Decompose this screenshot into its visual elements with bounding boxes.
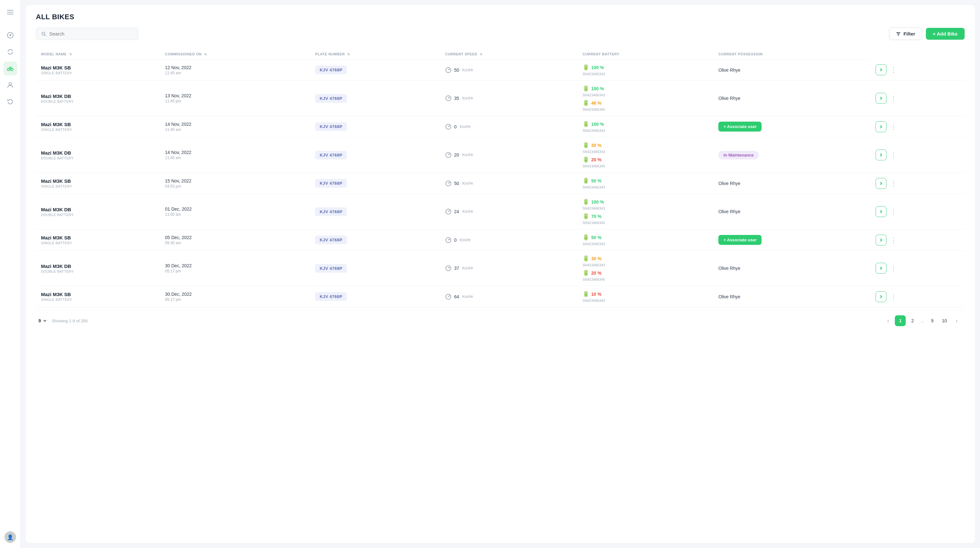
pagination-page-1[interactable]: 1 <box>895 315 906 326</box>
search-input[interactable] <box>49 31 133 37</box>
search-icon <box>41 31 46 37</box>
more-options-button[interactable]: ⋮ <box>889 292 898 301</box>
speed-gauge-icon <box>445 265 452 272</box>
filter-button[interactable]: Filter <box>889 27 922 40</box>
associate-user-button[interactable]: + Associate user <box>718 235 762 245</box>
table-row: Mazi M3K DB DOUBLE BATTERY 14 Nov, 2022 … <box>36 137 965 173</box>
cell-actions-5: ⋮ <box>870 194 965 230</box>
col-current-speed: CURRENT SPEED ⇅ <box>440 49 578 60</box>
svg-point-4 <box>10 35 11 36</box>
showing-text: Showing 1-9 of 250 <box>52 318 88 323</box>
cell-date-3: 14 Nov, 2022 11:45 am <box>160 137 310 173</box>
cell-date-0: 12 Nov, 2022 11:45 am <box>160 60 310 81</box>
speed-gauge-icon <box>445 95 452 102</box>
maintenance-badge: In Maintenance <box>718 151 759 159</box>
more-options-button[interactable]: ⋮ <box>889 179 898 188</box>
more-options-button[interactable]: ⋮ <box>889 264 898 273</box>
cell-actions-0: ⋮ <box>870 60 965 81</box>
svg-line-28 <box>449 267 450 268</box>
view-bike-button[interactable] <box>876 93 886 104</box>
pagination-page-9[interactable]: 9 <box>927 315 938 326</box>
sidebar-refresh-icon[interactable] <box>3 95 17 109</box>
cell-model-4: Mazi M3K SB SINGLE BATTERY <box>36 173 160 194</box>
cell-date-4: 15 Nov, 2022 04:53 pm <box>160 173 310 194</box>
view-bike-button[interactable] <box>876 263 886 274</box>
cell-actions-3: ⋮ <box>870 137 965 173</box>
more-options-button[interactable]: ⋮ <box>889 207 898 216</box>
cell-possession-8: Olive Rhye <box>713 286 870 307</box>
view-bike-button[interactable] <box>876 64 886 75</box>
table-row: Mazi M3K SB SINGLE BATTERY 14 Nov, 2022 … <box>36 116 965 137</box>
cell-battery-5: 🔋 100 % SN423466343 🔋 70 % SN423466345 <box>578 194 713 230</box>
pagination-page-10[interactable]: 10 <box>939 315 950 326</box>
search-box[interactable] <box>36 27 138 40</box>
svg-point-8 <box>42 32 45 35</box>
view-bike-button[interactable] <box>876 206 886 217</box>
cell-speed-0: 50Km/Hr <box>440 60 578 81</box>
arrow-right-icon <box>879 181 883 185</box>
svg-point-6 <box>11 68 13 71</box>
svg-line-20 <box>449 154 450 155</box>
sidebar: 👤 <box>0 0 21 548</box>
page-size-select[interactable]: 9 <box>38 318 47 323</box>
arrow-right-icon <box>879 238 883 242</box>
view-bike-button[interactable] <box>876 121 886 132</box>
view-bike-button[interactable] <box>876 178 886 189</box>
svg-line-26 <box>449 239 450 240</box>
sidebar-sync-icon[interactable] <box>3 45 17 59</box>
cell-actions-8: ⋮ <box>870 286 965 307</box>
sidebar-bike-icon[interactable] <box>3 62 17 76</box>
user-avatar[interactable]: 👤 <box>5 531 16 543</box>
sort-model-icon[interactable]: ⇅ <box>69 52 72 56</box>
cell-date-5: 01 Dec, 2022 11:00 am <box>160 194 310 230</box>
more-options-button[interactable]: ⋮ <box>889 122 898 131</box>
more-options-button[interactable]: ⋮ <box>889 151 898 159</box>
sidebar-menu-icon[interactable] <box>3 5 17 19</box>
more-options-button[interactable]: ⋮ <box>889 235 898 245</box>
arrow-right-icon <box>879 68 883 72</box>
cell-model-7: Mazi M3K DB DOUBLE BATTERY <box>36 251 160 286</box>
sort-commissioned-icon[interactable]: ⇅ <box>204 52 207 56</box>
svg-line-14 <box>449 69 450 70</box>
sidebar-user-icon[interactable] <box>3 78 17 92</box>
cell-possession-4: Olive Rhye <box>713 173 870 194</box>
arrow-right-icon <box>879 266 883 270</box>
cell-speed-1: 35Km/Hr <box>440 81 578 116</box>
sort-speed-icon[interactable]: ⇅ <box>480 52 483 56</box>
col-current-battery: CURRENT BATTERY <box>578 49 713 60</box>
table-row: Mazi M3K SB SINGLE BATTERY 05 Dec, 2022 … <box>36 230 965 251</box>
cell-battery-7: 🔋 30 % SN423466343 🔋 20 % SN423466345 <box>578 251 713 286</box>
more-options-button[interactable]: ⋮ <box>889 65 898 74</box>
col-model-name: MODEL NAME ⇅ <box>36 49 160 60</box>
pagination-prev[interactable]: ‹ <box>883 315 894 326</box>
cell-model-6: Mazi M3K SB SINGLE BATTERY <box>36 230 160 251</box>
cell-battery-1: 🔋 100 % SN423466343 🔋 46 % SN423466345 <box>578 81 713 116</box>
cell-possession-5: Olive Rhye <box>713 194 870 230</box>
cell-speed-2: 0Km/Hr <box>440 116 578 137</box>
sort-plate-icon[interactable]: ⇅ <box>347 52 350 56</box>
more-options-button[interactable]: ⋮ <box>889 94 898 103</box>
pagination-next[interactable]: › <box>951 315 962 326</box>
bikes-table: MODEL NAME ⇅ COMMISSIONED ON ⇅ PLATE NUM… <box>36 49 965 307</box>
table-row: Mazi M3K SB SINGLE BATTERY 30 Dec, 2022 … <box>36 286 965 307</box>
possession-name: Olive Rhye <box>718 266 740 271</box>
page-title: ALL BIKES <box>36 13 965 21</box>
speed-gauge-icon <box>445 208 452 215</box>
svg-line-16 <box>449 97 450 98</box>
associate-user-button[interactable]: + Associate user <box>718 122 762 132</box>
possession-name: Olive Rhye <box>718 209 740 214</box>
cell-model-1: Mazi M3K DB DOUBLE BATTERY <box>36 81 160 116</box>
col-plate-number: PLATE NUMBER ⇅ <box>310 49 440 60</box>
view-bike-button[interactable] <box>876 291 886 302</box>
sidebar-dashboard-icon[interactable] <box>3 28 17 42</box>
arrow-right-icon <box>879 96 883 100</box>
cell-plate-6: KJV 4768P <box>310 230 440 251</box>
view-bike-button[interactable] <box>876 149 886 160</box>
cell-plate-1: KJV 4768P <box>310 81 440 116</box>
speed-gauge-icon <box>445 180 452 187</box>
view-bike-button[interactable] <box>876 235 886 246</box>
cell-model-3: Mazi M3K DB DOUBLE BATTERY <box>36 137 160 173</box>
add-bike-button[interactable]: + Add Bike <box>926 28 965 40</box>
pagination-page-2[interactable]: 2 <box>907 315 918 326</box>
cell-actions-4: ⋮ <box>870 173 965 194</box>
